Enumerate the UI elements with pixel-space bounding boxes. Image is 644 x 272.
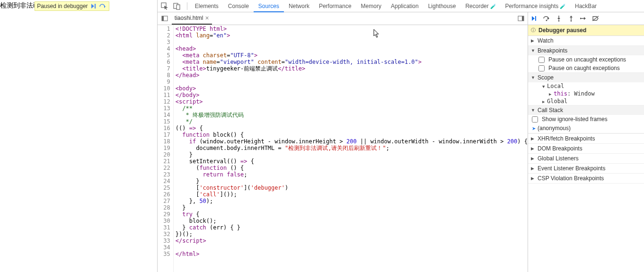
tab-performance[interactable]: Performance <box>314 0 356 12</box>
watch-section[interactable]: ▶Watch <box>528 36 644 45</box>
paused-label: Paused in debugger <box>37 3 88 9</box>
line-gutter: 1234567891011121314151617181920212223242… <box>158 25 174 272</box>
event-listener-section[interactable]: ▶Event Listener Breakpoints <box>528 164 644 173</box>
step-icon[interactable] <box>579 14 588 23</box>
tab-application[interactable]: Application <box>386 0 423 12</box>
devtools-tabbar: ElementsConsoleSourcesNetworkPerformance… <box>158 0 644 12</box>
detected-text: 检测到非法i <box>0 1 35 10</box>
step-over-icon[interactable] <box>542 14 551 23</box>
more-options-icon[interactable] <box>516 14 526 23</box>
svg-rect-8 <box>535 16 536 21</box>
paused-overlay: Paused in debugger <box>35 1 109 11</box>
tab-elements[interactable]: Elements <box>190 0 223 12</box>
tab-recorder[interactable]: Recorder 🧪 <box>460 0 500 12</box>
close-icon[interactable]: × <box>205 14 209 22</box>
file-tabs-bar: tiaoshi.html × <box>158 12 528 25</box>
tab-network[interactable]: Network <box>284 0 314 12</box>
svg-point-11 <box>571 20 572 22</box>
code-editor[interactable]: 1234567891011121314151617181920212223242… <box>158 25 528 272</box>
info-icon: ⓘ <box>531 27 536 34</box>
tab-performance-insights[interactable]: Performance insights 🧪 <box>501 0 571 12</box>
resume-icon[interactable] <box>89 2 97 10</box>
scope-section[interactable]: ▼Scope <box>528 73 644 82</box>
resume-button-icon[interactable] <box>530 14 538 23</box>
debugger-sidebar: ⓘ Debugger paused ▶Watch ▼Breakpoints Pa… <box>528 12 644 272</box>
deactivate-breakpoints-icon[interactable] <box>591 14 600 23</box>
callstack-section[interactable]: ▼Call Stack <box>528 105 644 115</box>
scope-global[interactable]: ▶Global <box>528 97 644 105</box>
code-content[interactable]: <!DOCTYPE html><html lang="en"> <head> <… <box>174 25 528 272</box>
debugger-toolbar <box>528 12 644 25</box>
inspect-element-icon[interactable] <box>159 1 170 11</box>
csp-breakpoints-section[interactable]: ▶CSP Violation Breakpoints <box>528 174 644 183</box>
dom-breakpoints-section[interactable]: ▶DOM Breakpoints <box>528 144 644 153</box>
step-icon[interactable] <box>98 2 107 10</box>
tab-sources[interactable]: Sources <box>254 0 284 12</box>
breakpoints-section[interactable]: ▼Breakpoints <box>528 46 644 55</box>
debugger-paused-banner: ⓘ Debugger paused <box>528 25 644 36</box>
xhr-breakpoints-section[interactable]: ▶XHR/fetch Breakpoints <box>528 134 644 143</box>
svg-rect-7 <box>522 16 524 21</box>
sources-editor-pane: tiaoshi.html × 1234567891011121314151617… <box>158 12 528 272</box>
navigator-toggle-icon[interactable] <box>159 13 170 24</box>
tab-hackbar[interactable]: HackBar <box>570 0 601 12</box>
current-frame-icon: ➤ <box>532 126 536 131</box>
tab-console[interactable]: Console <box>223 0 254 12</box>
pause-uncaught-checkbox[interactable]: Pause on uncaught exceptions <box>528 55 644 64</box>
devtools-panel: ElementsConsoleSourcesNetworkPerformance… <box>157 0 644 272</box>
tab-lighthouse[interactable]: Lighthouse <box>423 0 461 12</box>
tab-memory[interactable]: Memory <box>356 0 386 12</box>
divider <box>187 2 187 10</box>
page-content-pane: 检测到非法i Paused in debugger <box>0 0 157 272</box>
file-tab-name: tiaoshi.html <box>175 15 203 21</box>
scope-local[interactable]: ▼Local <box>528 82 644 90</box>
svg-point-12 <box>580 18 582 19</box>
svg-point-9 <box>546 20 547 21</box>
svg-rect-3 <box>176 5 180 9</box>
svg-rect-0 <box>95 4 96 9</box>
scope-this[interactable]: ▶this: Window <box>528 90 644 97</box>
pause-caught-checkbox[interactable]: Pause on caught exceptions <box>528 64 644 72</box>
global-listeners-section[interactable]: ▶Global Listeners <box>528 154 644 163</box>
banner-text: Debugger paused <box>538 27 586 34</box>
svg-rect-5 <box>162 16 164 21</box>
svg-point-10 <box>558 20 560 22</box>
step-into-icon[interactable] <box>555 14 563 23</box>
step-out-icon[interactable] <box>567 14 575 23</box>
file-tab[interactable]: tiaoshi.html × <box>172 12 212 25</box>
show-ignore-checkbox[interactable]: Show ignore-listed frames <box>528 115 644 123</box>
callstack-frame[interactable]: ➤(anonymous) <box>528 123 644 133</box>
device-toggle-icon[interactable] <box>172 1 182 11</box>
